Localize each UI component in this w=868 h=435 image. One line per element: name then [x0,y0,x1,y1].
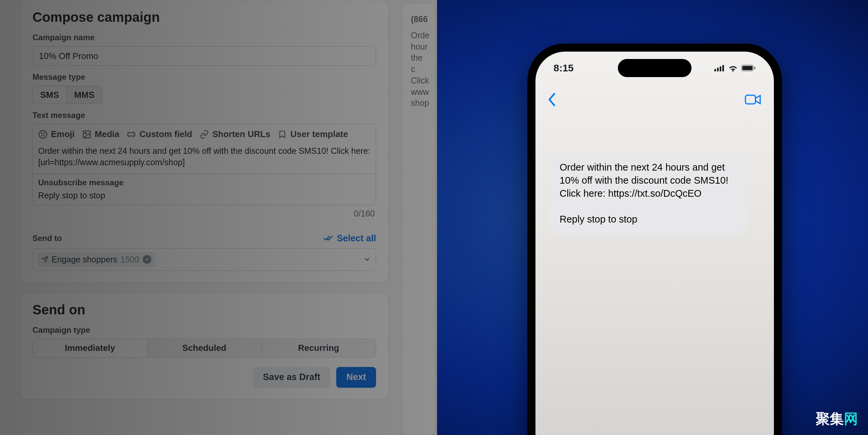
svg-point-2 [43,133,44,134]
shorten-label: Shorten URLs [212,129,270,139]
message-bubble: Order within the next 24 hours and get 1… [550,152,747,235]
phone-time: 8:15 [554,62,574,74]
sms-toggle[interactable]: SMS [32,86,67,104]
svg-rect-12 [754,67,755,69]
bubble-text-2: Reply stop to stop [560,213,737,226]
send-to-select[interactable]: Engage shoppers 1500 × [32,248,376,271]
campaign-type-label: Campaign type [32,325,376,335]
svg-point-4 [85,133,86,134]
emoji-label: Emoji [51,129,75,139]
emoji-icon [38,130,48,139]
text-editor: Emoji Media Custom field Shorten URLs [32,124,376,205]
send-to-label: Send to [32,234,62,243]
chip-remove[interactable]: × [143,255,151,264]
mms-toggle[interactable]: MMS [67,86,102,104]
preview-line: the c [411,52,426,75]
message-type-toggle: SMS MMS [32,86,376,104]
custom-field-tool[interactable]: Custom field [127,129,192,139]
unsubscribe-text[interactable]: Reply stop to stop [38,191,370,200]
unsubscribe-label: Unsubscribe message [38,178,370,187]
select-all-link[interactable]: Select all [323,233,376,244]
watermark-a: 聚集 [816,411,844,427]
svg-rect-5 [128,133,135,136]
svg-rect-7 [717,68,719,71]
dynamic-island [618,59,691,77]
char-count: 0/160 [32,209,376,219]
bookmark-icon [278,130,287,139]
template-tool[interactable]: User template [278,129,348,139]
compose-title: Compose campaign [32,10,376,25]
shorten-url-tool[interactable]: Shorten URLs [199,129,270,139]
link-icon [199,130,209,139]
editor-toolbar: Emoji Media Custom field Shorten URLs [33,124,376,144]
back-icon[interactable] [548,92,556,107]
video-icon[interactable] [744,93,762,106]
preview-line: shop [411,97,426,109]
watermark-b: 网 [844,411,858,427]
chip-label: Engage shoppers [52,255,117,264]
phone-nav-bar [535,85,774,114]
campaign-name-label: Campaign name [32,33,376,42]
immediately-option[interactable]: Immediately [33,339,147,357]
preview-snippet-card: (866 Orde hour the c Click www shop [402,3,435,435]
custom-field-label: Custom field [139,129,192,139]
unsubscribe-block: Unsubscribe message Reply stop to stop [33,174,376,205]
select-all-label: Select all [337,233,376,244]
custom-field-icon [127,130,136,139]
message-body-input[interactable]: Order within the next 24 hours and get 1… [33,144,376,174]
double-check-icon [323,235,334,242]
save-draft-button[interactable]: Save as Draft [253,367,330,388]
template-label: User template [290,129,348,139]
text-message-label: Text message [32,111,376,120]
media-tool[interactable]: Media [82,129,120,139]
campaign-name-input[interactable] [32,46,376,66]
svg-point-0 [39,130,46,138]
send-on-card: Send on Campaign type Immediately Schedu… [20,293,389,400]
svg-rect-9 [722,65,724,71]
wifi-icon [728,64,738,72]
media-label: Media [95,129,120,139]
recipient-chip: Engage shoppers 1500 × [37,252,155,267]
recurring-option[interactable]: Recurring [261,339,376,357]
svg-rect-6 [714,69,716,71]
battery-icon [741,64,756,72]
phone-mockup: 8:15 Order within the next 24 hours and … [527,44,782,435]
message-type-label: Message type [32,72,376,82]
preview-line: Orde [411,30,426,41]
preview-line: Click [411,75,426,86]
send-icon [41,256,48,263]
bubble-text-1: Order within the next 24 hours and get 1… [560,161,737,200]
svg-rect-8 [720,66,721,71]
svg-point-1 [41,133,42,134]
preview-line: hour [411,41,426,53]
scheduled-option[interactable]: Scheduled [147,339,261,357]
media-icon [82,130,91,139]
send-on-title: Send on [32,302,376,317]
cellular-icon [714,65,725,71]
preview-line: www [411,86,426,98]
chip-count: 1500 [121,255,139,264]
compose-card: Compose campaign Campaign name Message t… [20,0,389,283]
watermark: 聚集网 [816,409,858,428]
campaign-type-segment: Immediately Scheduled Recurring [32,339,376,357]
chevron-down-icon [363,255,371,263]
svg-rect-13 [745,95,755,104]
emoji-tool[interactable]: Emoji [38,129,75,139]
preview-number: (866 [411,14,426,25]
svg-rect-11 [742,66,753,70]
next-button[interactable]: Next [336,367,376,388]
